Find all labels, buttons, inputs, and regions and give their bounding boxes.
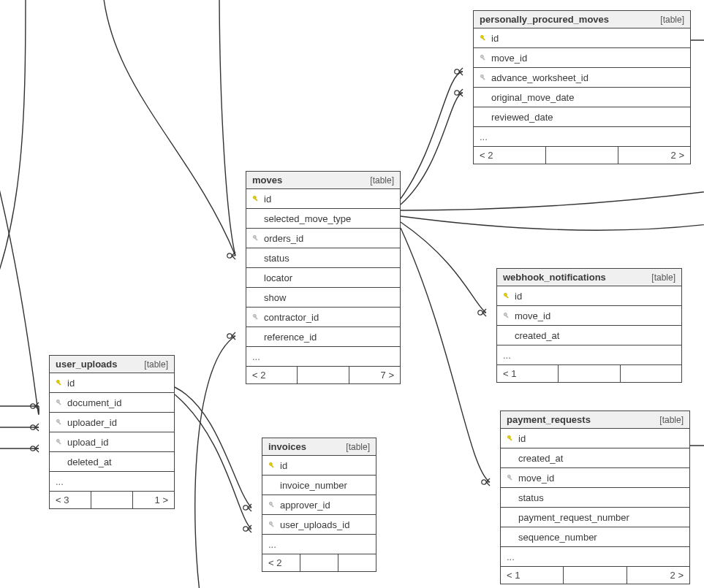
svg-rect-9 — [482, 77, 485, 80]
column-row[interactable]: status — [246, 248, 400, 268]
footer-right[interactable]: 1 > — [133, 492, 174, 508]
column-row[interactable]: user_uploads_id — [262, 515, 376, 535]
table-name: invoices — [268, 441, 306, 452]
column-row[interactable]: id — [50, 373, 174, 393]
column-name: approver_id — [280, 500, 330, 511]
ellipsis-row: ... — [474, 127, 690, 147]
column-row[interactable]: id — [246, 189, 400, 209]
column-row[interactable]: orders_id — [246, 229, 400, 248]
column-name: id — [67, 378, 75, 389]
footer-right[interactable] — [621, 365, 681, 382]
column-row[interactable]: uploader_id — [50, 413, 174, 432]
table-footer: < 3 1 > — [50, 492, 174, 508]
column-name: id — [515, 291, 522, 302]
column-row[interactable]: move_id — [501, 468, 689, 488]
column-row[interactable]: upload_id — [50, 432, 174, 452]
footer-mid — [298, 367, 349, 383]
table-personally-procured-moves[interactable]: personally_procured_moves [table] id mov… — [473, 10, 691, 164]
foreign-key-icon — [252, 313, 260, 321]
footer-right[interactable]: 2 > — [618, 147, 690, 164]
footer-left[interactable]: < 2 — [262, 554, 300, 571]
column-row[interactable]: created_at — [501, 448, 689, 468]
footer-left[interactable]: < 1 — [497, 365, 559, 382]
table-header: invoices [table] — [262, 438, 376, 456]
svg-rect-13 — [254, 237, 257, 240]
table-name: personally_procured_moves — [480, 14, 609, 25]
table-invoices[interactable]: invoices [table] id invoice_number appro… — [262, 438, 376, 572]
table-header: personally_procured_moves [table] — [474, 11, 690, 28]
column-name: move_id — [518, 473, 554, 484]
column-row[interactable]: id — [474, 28, 690, 48]
column-row[interactable]: status — [501, 488, 689, 508]
column-row[interactable]: document_id — [50, 393, 174, 413]
column-row[interactable]: show — [246, 288, 400, 308]
column-row[interactable]: invoice_number — [262, 476, 376, 495]
ellipsis-row: ... — [262, 535, 376, 554]
svg-rect-27 — [58, 441, 61, 444]
column-name: id — [491, 33, 499, 44]
footer-left[interactable]: < 3 — [50, 492, 91, 508]
table-webhook-notifications[interactable]: webhook_notifications [table] id move_id… — [496, 268, 682, 383]
column-row[interactable]: id — [497, 286, 681, 306]
column-row[interactable]: original_move_date — [474, 88, 690, 107]
table-payment-requests[interactable]: payment_requests [table] id created_at m… — [500, 411, 690, 584]
column-name: user_uploads_id — [280, 519, 349, 530]
footer-mid — [559, 365, 620, 382]
column-row[interactable]: contractor_id — [246, 308, 400, 327]
column-row[interactable]: deleted_at — [50, 452, 174, 472]
column-name: id — [280, 460, 287, 471]
column-name: created_at — [515, 330, 559, 341]
table-name: moves — [252, 175, 282, 186]
footer-right[interactable]: 2 > — [627, 567, 689, 584]
foreign-key-icon — [480, 74, 487, 81]
column-name: invoice_number — [280, 480, 347, 491]
table-tag: [table] — [370, 175, 394, 186]
column-row[interactable]: advance_worksheet_id — [474, 68, 690, 88]
table-footer: < 2 2 > — [474, 147, 690, 164]
column-name: document_id — [67, 397, 121, 408]
column-row[interactable]: sequence_number — [501, 527, 689, 547]
svg-rect-25 — [58, 421, 61, 424]
column-row[interactable]: move_id — [474, 48, 690, 68]
column-name: orders_id — [264, 233, 303, 244]
svg-rect-23 — [58, 402, 61, 405]
column-name: reference_id — [264, 332, 317, 343]
column-row[interactable]: reviewed_date — [474, 107, 690, 127]
column-name: move_id — [515, 310, 550, 321]
column-row[interactable]: selected_move_type — [246, 209, 400, 229]
table-tag: [table] — [144, 359, 168, 370]
foreign-key-icon — [56, 438, 63, 446]
column-row[interactable]: payment_request_number — [501, 508, 689, 527]
column-name: deleted_at — [67, 457, 112, 467]
table-footer: < 1 — [497, 365, 681, 382]
column-row[interactable]: created_at — [497, 326, 681, 345]
column-name: status — [264, 253, 289, 264]
column-name: locator — [264, 272, 292, 283]
svg-rect-37 — [509, 477, 512, 480]
column-row[interactable]: id — [262, 456, 376, 476]
footer-right[interactable]: 7 > — [349, 367, 400, 383]
primary-key-icon — [507, 435, 514, 442]
column-name: contractor_id — [264, 312, 319, 323]
column-name: uploader_id — [67, 417, 117, 428]
footer-left[interactable]: < 1 — [501, 567, 564, 584]
svg-rect-31 — [270, 504, 273, 507]
column-row[interactable]: approver_id — [262, 495, 376, 515]
foreign-key-icon — [56, 419, 63, 426]
footer-right[interactable] — [338, 554, 376, 571]
table-moves[interactable]: moves [table] id selected_move_type orde… — [246, 171, 401, 384]
ellipsis-row: ... — [501, 547, 689, 567]
table-name: user_uploads — [56, 359, 118, 370]
footer-left[interactable]: < 2 — [474, 147, 546, 164]
column-name: status — [518, 492, 544, 503]
column-row[interactable]: id — [501, 429, 689, 448]
footer-left[interactable]: < 2 — [246, 367, 298, 383]
table-user-uploads[interactable]: user_uploads [table] id document_id uplo… — [49, 355, 175, 509]
foreign-key-icon — [503, 312, 510, 319]
column-row[interactable]: move_id — [497, 306, 681, 326]
table-tag: [table] — [660, 15, 684, 25]
column-row[interactable]: locator — [246, 268, 400, 288]
column-row[interactable]: reference_id — [246, 327, 400, 347]
column-name: id — [518, 433, 526, 444]
column-name: created_at — [518, 453, 563, 464]
